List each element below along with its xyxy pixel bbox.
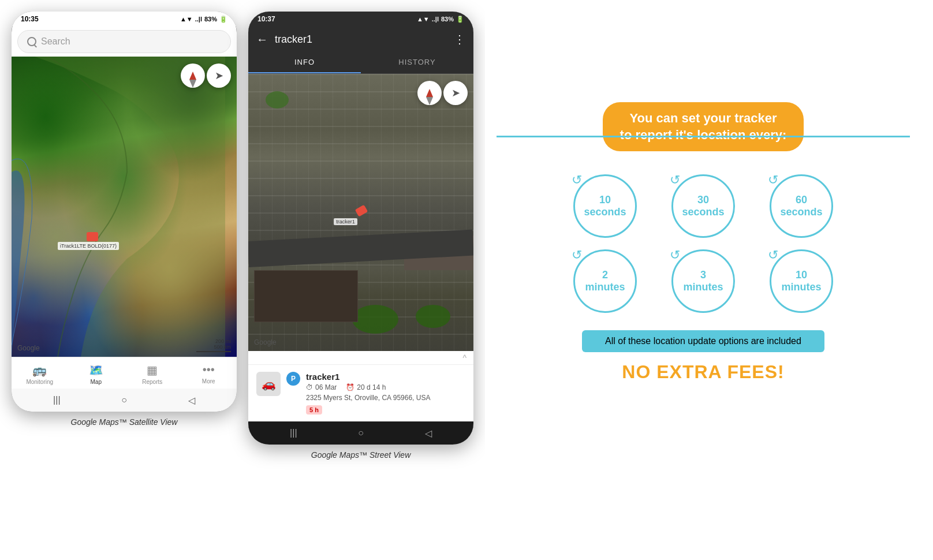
- location-button-2[interactable]: ➤: [443, 81, 468, 105]
- more-menu-button[interactable]: ⋮: [454, 32, 465, 46]
- drag-arrow-icon: ^: [462, 353, 466, 363]
- tracker-info-row: 🚗 P tracker1 ⏱ 06 Mar ⏰: [256, 372, 465, 415]
- compass-needle: [189, 72, 196, 80]
- nav-reports[interactable]: ▦ Reports: [124, 361, 181, 387]
- home-sys-button-2[interactable]: ○: [354, 426, 368, 440]
- tree-cluster-1: [416, 305, 450, 328]
- tracker-name: tracker1: [306, 372, 465, 382]
- circle-text-6: 10 minutes: [781, 269, 821, 294]
- tab-history-label: HISTORY: [398, 58, 435, 66]
- circle-text-5: 3 minutes: [683, 269, 723, 294]
- parking-lot-background: ➤ tracker1 Google: [248, 74, 473, 351]
- phone1-caption: Google Maps™ Satellite View: [71, 417, 178, 427]
- tracker-meta: tracker1 ⏱ 06 Mar ⏰ 20 d 14 h: [306, 372, 465, 415]
- circle-10-seconds: ↺ 10 seconds: [573, 174, 637, 238]
- circle-number-3: 60: [780, 194, 822, 207]
- back-sys-button[interactable]: |||: [50, 393, 64, 407]
- phone1-battery-icon: 🔋: [219, 16, 227, 23]
- car-label: iTrack1LTE BOLD(0177): [58, 242, 119, 250]
- nav-more-label: More: [202, 378, 215, 384]
- map-icon: 🗺️: [89, 363, 103, 377]
- clock-icon: ⏱: [306, 383, 313, 391]
- info-graphic-panel: You can set your tracker to report it's …: [485, 12, 921, 473]
- circle-wrapper-4: ↺ 2 minutes: [565, 249, 645, 313]
- home-sys-button[interactable]: ○: [117, 393, 131, 407]
- tab-info[interactable]: INFO: [248, 52, 361, 73]
- location-button[interactable]: ➤: [207, 64, 231, 88]
- circles-grid: ↺ 10 seconds ↺ 30 seconds: [565, 174, 842, 313]
- bottom-nav: 🚌 Monitoring 🗺️ Map ▦ Reports ••• More: [12, 357, 237, 389]
- phone1-wifi-icon: ▲▼: [180, 16, 193, 23]
- recents-sys-button[interactable]: ◁: [185, 393, 199, 407]
- scale-line: [196, 351, 231, 352]
- tracker-dates: ⏱ 06 Mar ⏰ 20 d 14 h: [306, 383, 465, 391]
- nav-map[interactable]: 🗺️ Map: [68, 361, 125, 387]
- circle-unit-3: seconds: [780, 206, 822, 219]
- map-background: ➤ iTrack1LTE BOLD(: [12, 57, 237, 357]
- compass-button-2[interactable]: [417, 81, 442, 105]
- reports-icon: ▦: [147, 363, 158, 377]
- nav-map-label: Map: [91, 379, 102, 385]
- circle-arrow-2: ↺: [670, 173, 680, 188]
- phone2-mockup: 10:37 ▲▼ ..|l 83% 🔋 ← tracker1 ⋮: [248, 12, 473, 445]
- google-watermark-2: Google: [254, 338, 277, 346]
- circle-60-seconds: ↺ 60 seconds: [770, 174, 833, 238]
- car-marker: [87, 232, 98, 241]
- tracker-car-label: tracker1: [334, 218, 357, 225]
- circle-unit-6: minutes: [781, 281, 821, 294]
- included-text: All of these location update options are…: [605, 336, 801, 346]
- phone2-battery: 83%: [441, 16, 454, 23]
- location-icon-2: ➤: [451, 87, 460, 99]
- phone2-screen: 10:37 ▲▼ ..|l 83% 🔋 ← tracker1 ⋮: [248, 12, 473, 445]
- circle-text-2: 30 seconds: [682, 194, 724, 219]
- google-watermark: Google: [17, 344, 40, 352]
- phone1-mockup: 10:35 ▲▼ ..|l 83% 🔋 Search: [12, 12, 237, 412]
- drag-handle[interactable]: ^: [248, 351, 473, 365]
- banner-line1: You can set your tracker: [620, 110, 787, 127]
- timer-icon: ⏰: [346, 383, 354, 391]
- tracker-map[interactable]: ➤ tracker1 Google: [248, 74, 473, 351]
- phone1-screen: 10:35 ▲▼ ..|l 83% 🔋 Search: [12, 12, 237, 412]
- tab-history[interactable]: HISTORY: [361, 52, 473, 73]
- nav-more[interactable]: ••• More: [181, 361, 237, 387]
- tracker-thumbnail: 🚗: [256, 372, 281, 396]
- circle-text-1: 10 seconds: [584, 194, 626, 219]
- more-icon: •••: [203, 363, 215, 376]
- system-nav-1: ||| ○ ◁: [12, 389, 237, 412]
- circle-2-minutes: ↺ 2 minutes: [573, 249, 637, 313]
- circle-arrow-3: ↺: [768, 173, 778, 188]
- circle-30-seconds: ↺ 30 seconds: [671, 174, 735, 238]
- back-sys-button-2[interactable]: |||: [286, 426, 300, 440]
- phone1-time: 10:35: [21, 15, 39, 23]
- tracker-title: tracker1: [275, 33, 447, 46]
- compass-button[interactable]: [181, 64, 205, 88]
- scale-bar: 200 mi 500 km: [196, 338, 231, 352]
- circle-number-6: 10: [781, 269, 821, 282]
- circle-number-4: 2: [585, 269, 625, 282]
- phone1-status-icons: ▲▼ ..|l 83% 🔋: [180, 16, 227, 23]
- circle-wrapper-1: ↺ 10 seconds: [565, 174, 645, 238]
- circle-text-3: 60 seconds: [780, 194, 822, 219]
- circle-unit-5: minutes: [683, 281, 723, 294]
- phone1-signal-icon: ..|l: [195, 16, 202, 23]
- nav-monitoring-label: Monitoring: [26, 379, 53, 385]
- satellite-map[interactable]: ➤ iTrack1LTE BOLD(: [12, 57, 237, 357]
- circle-arrow-4: ↺: [572, 248, 582, 263]
- phone2-battery-icon: 🔋: [456, 16, 464, 23]
- circle-wrapper-5: ↺ 3 minutes: [663, 249, 744, 313]
- included-banner: All of these location update options are…: [582, 330, 824, 352]
- back-button[interactable]: ←: [256, 33, 268, 46]
- circle-arrow-5: ↺: [670, 248, 680, 263]
- terrain-overlay: [12, 57, 237, 357]
- nav-monitoring[interactable]: 🚌 Monitoring: [12, 361, 68, 387]
- tracker-header: ← tracker1 ⋮: [248, 27, 473, 52]
- recents-sys-button-2[interactable]: ◁: [421, 426, 435, 440]
- tracker-p-badge: P: [286, 372, 300, 386]
- search-bar[interactable]: Search: [17, 30, 231, 53]
- circle-3-minutes: ↺ 3 minutes: [671, 249, 735, 313]
- info-banner: You can set your tracker to report it's …: [603, 102, 804, 151]
- no-extra-fees-text: NO EXTRA FEES!: [622, 361, 784, 383]
- circle-10-minutes: ↺ 10 minutes: [770, 249, 833, 313]
- circle-number-1: 10: [584, 194, 626, 207]
- scale-500km: 500 km: [196, 344, 231, 350]
